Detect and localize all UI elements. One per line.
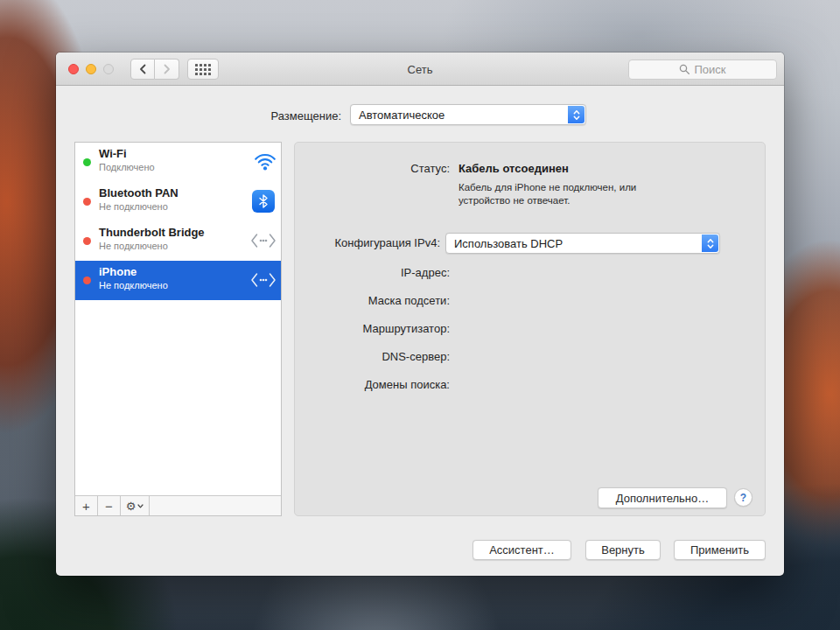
advanced-button[interactable]: Дополнительно… <box>598 487 727 508</box>
assistant-button[interactable]: Ассистент… <box>472 540 571 560</box>
apply-button[interactable]: Применить <box>674 540 766 560</box>
gear-icon: ⚙ <box>126 500 136 513</box>
titlebar: Сеть Поиск <box>56 52 784 86</box>
service-status: Не подключено <box>99 201 168 212</box>
location-dropdown[interactable]: Автоматическое <box>350 104 586 125</box>
service-name: Bluetooth PAN <box>99 186 178 200</box>
location-dropdown-value: Автоматическое <box>351 108 568 122</box>
status-dot-red <box>83 276 91 284</box>
remove-service-button[interactable]: − <box>98 496 121 515</box>
ipv4-config-dropdown[interactable]: Использовать DHCP <box>445 233 720 254</box>
dropdown-stepper-icon <box>702 234 718 252</box>
search-icon <box>679 64 690 75</box>
search-field[interactable]: Поиск <box>628 60 777 80</box>
service-name: Thunderbolt Bridge <box>99 226 205 239</box>
service-row-iphone[interactable]: iPhone Не подключено <box>75 261 281 300</box>
field-label-subnet-mask: Маска подсети: <box>295 294 450 307</box>
services-list: Wi-Fi Подключено Bluetooth PAN Не подклю… <box>74 142 282 516</box>
field-label-dns-server: DNS-сервер: <box>295 350 450 363</box>
service-row-bluetooth-pan[interactable]: Bluetooth PAN Не подключено <box>75 182 281 221</box>
detail-panel: Статус: Кабель отсоединен Кабель для iPh… <box>294 142 766 516</box>
network-preferences-window: Сеть Поиск Размещение: Автоматическое <box>56 52 784 576</box>
service-name: Wi-Fi <box>99 147 127 160</box>
ipv4-config-label: Конфигурация IPv4: <box>295 236 440 249</box>
service-row-thunderbolt-bridge[interactable]: Thunderbolt Bridge Не подключено <box>75 221 281 261</box>
wifi-icon <box>254 152 276 171</box>
status-dot-red <box>83 237 91 245</box>
location-label: Размещение: <box>196 109 341 122</box>
ipv4-config-value: Использовать DHCP <box>446 237 702 250</box>
bluetooth-icon <box>252 190 275 213</box>
search-placeholder: Поиск <box>694 63 725 76</box>
services-list-toolbar: + − ⚙ <box>75 495 281 515</box>
service-name: iPhone <box>99 265 136 278</box>
service-status: Не подключено <box>99 280 168 290</box>
chevron-down-icon <box>137 504 144 508</box>
revert-button[interactable]: Вернуть <box>585 540 661 560</box>
desktop: Сеть Поиск Размещение: Автоматическое <box>0 0 840 630</box>
add-service-button[interactable]: + <box>75 496 98 515</box>
field-label-ip-address: IP-адрес: <box>295 266 450 279</box>
field-label-search-domains: Домены поиска: <box>295 378 450 391</box>
bridge-icon <box>250 272 276 288</box>
help-button[interactable]: ? <box>734 488 752 507</box>
status-dot-green <box>83 158 91 166</box>
service-status: Подключено <box>99 162 155 172</box>
field-label-router: Маршрутизатор: <box>295 322 450 335</box>
service-status: Не подключено <box>99 241 168 251</box>
bridge-icon <box>250 233 276 248</box>
service-actions-button[interactable]: ⚙ <box>121 496 150 515</box>
status-dot-red <box>83 198 91 206</box>
service-row-wifi[interactable]: Wi-Fi Подключено <box>75 143 281 182</box>
status-value: Кабель отсоединен <box>458 162 569 175</box>
status-description: Кабель для iPhone не подключен, или устр… <box>458 181 636 207</box>
dropdown-stepper-icon <box>568 106 584 123</box>
status-label: Статус: <box>295 162 450 175</box>
